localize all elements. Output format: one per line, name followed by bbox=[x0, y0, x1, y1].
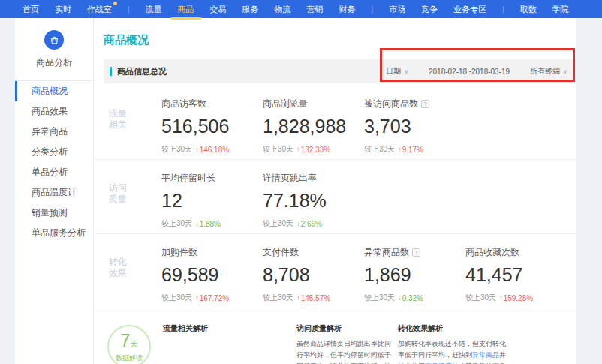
insight-body: 加购转化率表现还不错，但支付转化率低于同行平均，赶快到异常商品并结合使用商品温度… bbox=[398, 338, 509, 364]
nav-item-realtime[interactable]: 实时 bbox=[55, 4, 71, 15]
date-range-picker[interactable]: 2018-02-18~2018-03-19 bbox=[429, 68, 510, 76]
help-icon[interactable]: ? bbox=[412, 248, 420, 257]
metric-value: 516,506 bbox=[161, 116, 263, 137]
metric-value: 1,828,988 bbox=[263, 116, 364, 137]
delta-value: 146.18% bbox=[200, 146, 229, 154]
sidebar-item-product-thermometer[interactable]: 商品温度计 bbox=[15, 182, 93, 203]
sidebar-item-single-product-service[interactable]: 单品服务分析 bbox=[15, 223, 93, 243]
delta-value: 159.28% bbox=[504, 294, 533, 302]
sidebar-menu: 商品概况 商品效果 异常商品 分类分析 单品分析 商品温度计 销量预测 单品服务… bbox=[15, 80, 93, 243]
nav-item-products[interactable]: 商品 bbox=[178, 4, 194, 15]
help-icon[interactable]: ? bbox=[421, 100, 429, 108]
nav-item-logistics[interactable]: 物流 bbox=[275, 4, 291, 15]
metric-cart-adds: 加购件数 69,589 较上30天 ↑167.72% bbox=[161, 246, 263, 308]
metric-compare: 较上30天 ↑9.17% bbox=[364, 144, 465, 155]
delta-value: 0.32% bbox=[402, 294, 423, 302]
metric-compare: 较上30天 ↑159.28% bbox=[465, 293, 567, 303]
compare-label: 较上30天 bbox=[263, 144, 293, 155]
metric-detail-bounce-rate: 详情页跳出率 77.18% 较上30天 ↓2.66% bbox=[263, 172, 364, 233]
metric-paid-items: 支付件数 8,708 较上30天 ↑145.57% bbox=[263, 246, 364, 308]
nav-item-traffic[interactable]: 流量 bbox=[146, 4, 162, 15]
metric-product-favorites: 商品收藏次数 41,457 较上30天 ↑159.28% bbox=[465, 246, 567, 308]
delta-value: 167.72% bbox=[200, 294, 229, 302]
product-analysis-icon bbox=[44, 30, 64, 50]
metric-label: 被访问商品数 bbox=[364, 98, 418, 110]
nav-item-academy[interactable]: 学院 bbox=[552, 4, 569, 15]
metric-compare: 较上30天 ↓1.88% bbox=[161, 218, 263, 229]
filter-bar: 日期∨ 2018-02-18~2018-03-19 所有终端∨ bbox=[386, 66, 567, 77]
sidebar-item-category-analysis[interactable]: 分类分析 bbox=[15, 142, 93, 162]
sidebar: 商品分析 商品概况 商品效果 异常商品 分类分析 单品分析 商品温度计 销量预测… bbox=[15, 18, 94, 364]
sidebar-group-header: 商品分析 bbox=[15, 18, 93, 69]
compare-label: 较上30天 bbox=[161, 293, 192, 303]
sidebar-item-abnormal-products[interactable]: 异常商品 bbox=[15, 122, 93, 142]
group-label-quality: 访问质量 bbox=[109, 182, 128, 233]
sidebar-item-single-product-analysis[interactable]: 单品分析 bbox=[15, 162, 93, 182]
data-interpretation-badge: 7天 数据解读 bbox=[107, 325, 151, 364]
insight-conversion: 转化效果解析 加购转化率表现还不错，但支付转化率低于同行平均，赶快到异常商品并结… bbox=[398, 323, 509, 364]
nav-item-finance[interactable]: 财务 bbox=[339, 4, 356, 15]
nav-item-label: 作战室 bbox=[87, 5, 112, 14]
trend-up-icon: ↑ bbox=[296, 146, 300, 153]
abnormal-products-link[interactable]: 异常商品 bbox=[472, 351, 499, 359]
chevron-down-icon: ∨ bbox=[404, 68, 408, 75]
delta-value: 2.66% bbox=[301, 220, 322, 228]
nav-item-home[interactable]: 首页 bbox=[23, 4, 39, 15]
insight-title: 访问质量解析 bbox=[296, 323, 394, 334]
nav-item-service[interactable]: 服务 bbox=[242, 4, 259, 15]
terminal-dropdown[interactable]: 所有终端∨ bbox=[530, 66, 567, 77]
delta-value: 1.88% bbox=[200, 220, 221, 228]
top-nav: 首页 实时 作战室 | 流量 商品 交易 服务 物流 营销 财务 | 市场 竞争… bbox=[0, 0, 602, 18]
trend-up-icon: ↑ bbox=[296, 294, 300, 302]
trend-up-icon: ↑ bbox=[398, 146, 402, 153]
compare-label: 较上30天 bbox=[263, 293, 293, 303]
insight-traffic: 流量相关解析 bbox=[163, 323, 254, 334]
metric-label: 商品浏览量 bbox=[263, 98, 308, 110]
group-label-conversion: 转化效果 bbox=[109, 257, 128, 308]
metric-label: 平均停留时长 bbox=[161, 172, 215, 185]
nav-item-war-room[interactable]: 作战室 bbox=[87, 4, 112, 15]
badge-unit: 天 bbox=[130, 340, 137, 348]
nav-item-trade[interactable]: 交易 bbox=[210, 4, 227, 15]
group-label-traffic: 流量相关 bbox=[109, 108, 128, 159]
metric-label: 详情页跳出率 bbox=[263, 172, 317, 185]
nav-item-business-zone[interactable]: 业务专区 bbox=[453, 4, 486, 15]
nav-separator: | bbox=[372, 5, 374, 14]
insight-title: 流量相关解析 bbox=[163, 323, 254, 334]
metric-label: 异常商品数 bbox=[364, 246, 409, 259]
sidebar-group-label: 商品分析 bbox=[15, 56, 93, 69]
metrics-row-conversion: 转化效果 加购件数 69,589 较上30天 ↑167.72% 支付件数 8,7… bbox=[94, 234, 576, 308]
metric-compare: 较上30天 ↑132.33% bbox=[263, 144, 364, 155]
metric-label: 支付件数 bbox=[263, 246, 299, 259]
badge-caption: 数据解读 bbox=[109, 353, 149, 363]
trend-up-icon: ↑ bbox=[195, 146, 199, 153]
compare-label: 较上30天 bbox=[263, 218, 293, 229]
metrics-row-traffic: 流量相关 商品访客数 516,506 较上30天 ↑146.18% 商品浏览量 … bbox=[94, 86, 576, 160]
metric-abnormal-products: 异常商品数? 1,869 较上30天 ↓0.32% bbox=[364, 246, 465, 308]
nav-item-competition[interactable]: 竞争 bbox=[421, 4, 438, 15]
sidebar-item-sales-forecast[interactable]: 销量预测 bbox=[15, 203, 93, 223]
sidebar-item-product-overview[interactable]: 商品概况 bbox=[15, 81, 93, 101]
date-type-dropdown[interactable]: 日期∨ bbox=[386, 66, 408, 77]
metric-compare: 较上30天 ↓2.66% bbox=[263, 218, 364, 229]
chevron-down-icon: ∨ bbox=[563, 68, 567, 75]
section-header: 商品信息总况 日期∨ 2018-02-18~2018-03-19 所有终端∨ bbox=[104, 59, 576, 83]
metric-avg-stay-time: 平均停留时长 12 较上30天 ↓1.88% bbox=[161, 172, 263, 233]
nav-item-data-extract[interactable]: 取数 bbox=[520, 4, 537, 15]
sidebar-item-product-effect[interactable]: 商品效果 bbox=[15, 101, 93, 122]
nav-item-market[interactable]: 市场 bbox=[389, 4, 405, 15]
compare-label: 较上30天 bbox=[161, 144, 192, 155]
notification-dot-icon bbox=[113, 2, 117, 5]
metrics-row-quality: 访问质量 平均停留时长 12 较上30天 ↓1.88% 详情页跳出率 77.18… bbox=[94, 160, 576, 234]
date-type-label: 日期 bbox=[386, 67, 401, 75]
delta-value: 145.57% bbox=[301, 294, 330, 302]
badge-number: 7 bbox=[121, 331, 131, 350]
nav-separator: | bbox=[128, 5, 130, 14]
nav-item-marketing[interactable]: 营销 bbox=[307, 4, 324, 15]
trend-down-icon: ↓ bbox=[195, 220, 199, 227]
metric-value: 77.18% bbox=[263, 190, 364, 212]
compare-label: 较上30天 bbox=[364, 293, 395, 303]
metric-value: 41,457 bbox=[465, 264, 567, 286]
insight-quality: 访问质量解析 虽然商品详情页日均跳出率比同行平均好，但平均停留时间低于同行平均，… bbox=[296, 323, 394, 364]
metrics-panel: 流量相关 商品访客数 516,506 较上30天 ↑146.18% 商品浏览量 … bbox=[94, 86, 576, 308]
